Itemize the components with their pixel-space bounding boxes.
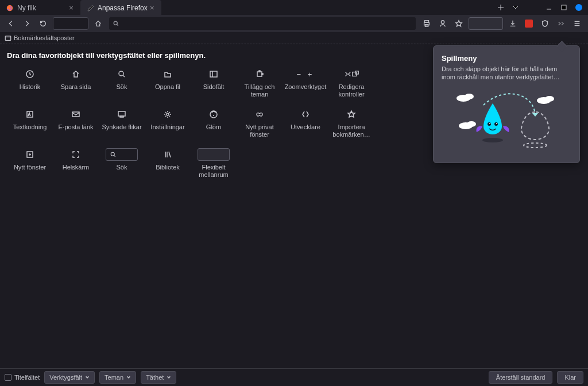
customize-item-newwin[interactable]: Nytt fönster [7,148,53,179]
customize-item-syncedtabs[interactable]: Synkade flikar [99,107,145,138]
search-icon [106,67,138,81]
svg-rect-18 [118,111,125,116]
list-tabs-button[interactable] [512,4,519,11]
back-button[interactable] [3,17,18,30]
themes-dropdown[interactable]: Teman [99,371,136,384]
customize-item-zoom[interactable]: − +Zoomverktyget [283,67,328,98]
url-bar[interactable] [53,17,88,30]
tab-new[interactable]: Ny flik × [0,0,80,15]
overflow-panel[interactable]: Spillmeny Dra och släpp objekt här för a… [433,45,580,163]
svg-point-23 [111,152,114,156]
bookmarks-toolbar-label[interactable]: Bokmärkesfältsposter [0,32,588,44]
reload-button[interactable] [36,17,51,30]
minimize-button[interactable] [546,4,552,11]
search-icon [113,20,119,27]
svg-point-20 [167,113,169,115]
shield-icon[interactable] [537,17,552,30]
svg-point-31 [524,143,547,148]
item-label: Redigera kontroller [328,83,374,98]
addons-icon [243,67,276,81]
item-label: Nytt fönster [14,164,46,179]
save-icon [60,67,92,81]
item-label: Spara sida [61,83,91,98]
firefox-icon [6,4,14,12]
item-label: Nytt privat fönster [237,123,283,138]
extension-icon[interactable] [521,17,536,30]
customize-item-settings[interactable]: Inställningar [145,107,191,138]
svg-point-29 [467,121,476,127]
customize-item-devtools[interactable]: Utvecklare [283,107,328,138]
overflow-chevrons-icon[interactable] [554,17,568,30]
item-label: Zoomverktyget [285,83,327,98]
customize-item-fullscreen[interactable]: Helskärm [53,148,99,179]
importbm-icon [335,107,368,121]
customize-item-addons[interactable]: Tillägg och teman [237,67,283,98]
overflow-dropzone[interactable] [469,17,503,30]
item-label: Historik [20,83,41,98]
tab-customize[interactable]: Anpassa Firefox × [80,0,161,15]
svg-point-9 [119,71,123,76]
item-label: Textkodning [13,123,47,138]
tab-label: Anpassa Firefox [98,4,148,12]
item-label: Synkade flikar [102,123,141,138]
customize-item-forget[interactable]: Glöm [191,107,237,138]
customize-item-openfile[interactable]: Öppna fil [145,67,191,98]
done-button[interactable]: Klar [557,371,583,384]
newwin-icon [14,148,46,161]
svg-point-33 [494,122,498,126]
customize-item-history[interactable]: Historik [7,67,53,98]
customize-item-searchbox[interactable]: Sök [99,148,145,179]
flexspace-preview [198,148,230,161]
customize-item-sidebar[interactable]: Sidofält [191,67,237,98]
customize-item-encoding[interactable]: Textkodning [7,107,53,138]
customize-item-search[interactable]: Sök [99,67,145,98]
svg-point-21 [210,111,217,118]
close-icon[interactable]: × [148,3,157,13]
close-icon[interactable]: × [67,3,76,13]
app-menu-button[interactable] [570,17,585,30]
svg-rect-12 [259,71,260,72]
window-controls [492,0,588,15]
downloads-button[interactable] [505,17,520,30]
close-window-button[interactable] [575,4,582,11]
forward-button[interactable] [20,17,34,30]
bookmarks-label: Bokmärkesfältsposter [14,34,75,41]
sidebar-icon [198,67,230,81]
density-label: Täthet [146,374,164,381]
account-button[interactable] [435,17,450,30]
customize-item-editctrl[interactable]: Redigera kontroller [328,67,374,98]
svg-marker-30 [532,113,538,117]
svg-rect-1 [562,5,566,10]
svg-rect-19 [120,116,123,117]
customize-item-private[interactable]: Nytt privat fönster [237,107,283,138]
openfile-icon [152,67,184,81]
settings-icon [152,107,184,121]
bookmarks-folder-icon [5,34,11,41]
item-label: Helskärm [63,164,89,179]
encoding-icon [14,107,46,121]
customize-item-flexspace[interactable]: Flexibelt mellanrum [191,148,237,179]
bookmarks-button[interactable] [451,17,466,30]
history-icon [14,67,46,81]
emaillink-icon [60,107,92,121]
home-button[interactable] [91,17,106,30]
customize-item-emaillink[interactable]: E-posta länk [53,107,99,138]
search-bar[interactable] [109,17,416,30]
chevron-down-icon [85,375,90,380]
customize-item-importbm[interactable]: Importera bokmärken… [328,107,374,138]
item-label: Sök [117,164,127,179]
print-button[interactable] [419,17,434,30]
svg-point-32 [488,122,491,126]
toolbars-label: Verktygsfält [49,374,82,381]
fullscreen-icon [60,148,92,161]
titlebar-checkbox[interactable]: Titelfältet [5,374,40,381]
new-tab-button[interactable] [497,4,504,11]
item-label: Bibliotek [156,164,180,179]
syncedtabs-icon [106,107,138,121]
maximize-button[interactable] [560,4,567,11]
customize-item-library[interactable]: Bibliotek [145,148,191,179]
density-dropdown[interactable]: Täthet [141,371,176,384]
reset-defaults-button[interactable]: Återställ standard [489,371,553,384]
toolbars-dropdown[interactable]: Verktygsfält [44,371,95,384]
customize-item-save[interactable]: Spara sida [53,67,99,98]
